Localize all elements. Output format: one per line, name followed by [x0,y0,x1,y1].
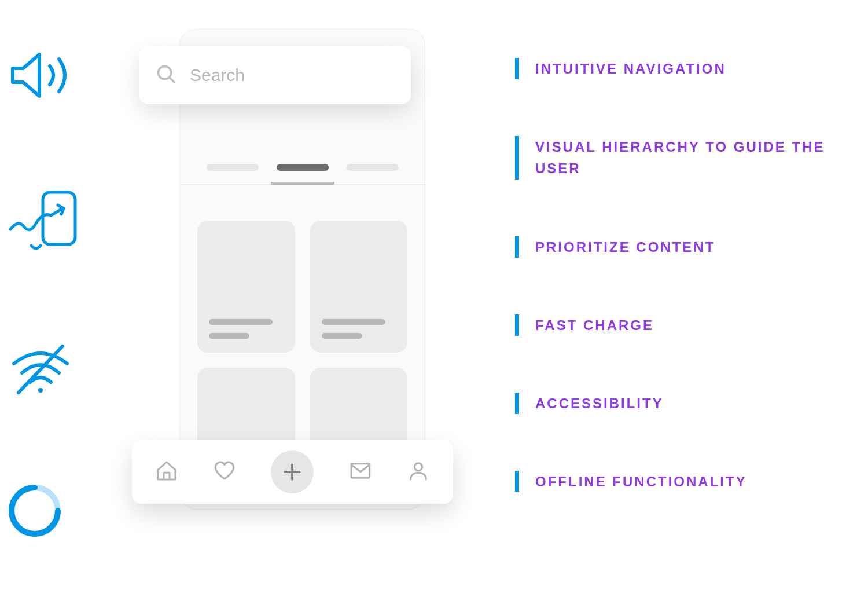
feature-accent-bar [515,471,519,492]
feature-item: OFFLINE FUNCTIONALITY [515,471,827,492]
swipe-gesture-icon [6,188,87,259]
search-bar[interactable]: Search [139,46,411,104]
feature-item: ACCESSIBILITY [515,393,827,414]
tab-1[interactable] [207,164,259,171]
feature-label: FAST CHARGE [535,314,654,336]
svg-point-1 [38,388,43,393]
tab-indicator [271,182,334,185]
tab-2-active[interactable] [277,164,329,171]
feature-item: INTUITIVE NAVIGATION [515,58,827,79]
loading-spinner-icon [6,482,64,542]
feature-accent-bar [515,236,519,258]
tab-3[interactable] [347,164,399,171]
content-card[interactable] [310,221,408,353]
search-placeholder: Search [190,65,245,85]
card-title-placeholder [322,319,385,325]
feature-accent-bar [515,136,519,179]
svg-rect-0 [43,192,75,244]
feature-accent-bar [515,393,519,414]
feature-accent-bar [515,314,519,336]
feature-label: ACCESSIBILITY [535,393,664,414]
heart-icon[interactable] [212,459,237,485]
feature-accent-bar [515,58,519,79]
wifi-off-icon [6,340,75,401]
speaker-icon [6,46,75,107]
bottom-nav [132,440,453,504]
feature-item: FAST CHARGE [515,314,827,336]
home-icon[interactable] [155,459,178,485]
left-icon-column [6,46,93,542]
feature-label: PRIORITIZE CONTENT [535,236,715,258]
mail-icon[interactable] [348,459,373,485]
feature-label: OFFLINE FUNCTIONALITY [535,471,747,492]
svg-point-9 [415,463,422,471]
card-subtitle-placeholder [209,333,249,339]
feature-label: VISUAL HIERARCHY TO GUIDE THE USER [535,136,827,179]
card-title-placeholder [209,319,273,325]
svg-line-5 [170,78,174,82]
add-button[interactable] [271,450,314,493]
search-icon [155,63,177,87]
card-subtitle-placeholder [322,333,362,339]
feature-label: INTUITIVE NAVIGATION [535,58,726,79]
feature-item: PRIORITIZE CONTENT [515,236,827,258]
feature-list: INTUITIVE NAVIGATION VISUAL HIERARCHY TO… [515,58,827,492]
tab-row [180,150,425,185]
profile-icon[interactable] [407,459,430,485]
feature-item: VISUAL HIERARCHY TO GUIDE THE USER [515,136,827,179]
content-card[interactable] [197,221,295,353]
